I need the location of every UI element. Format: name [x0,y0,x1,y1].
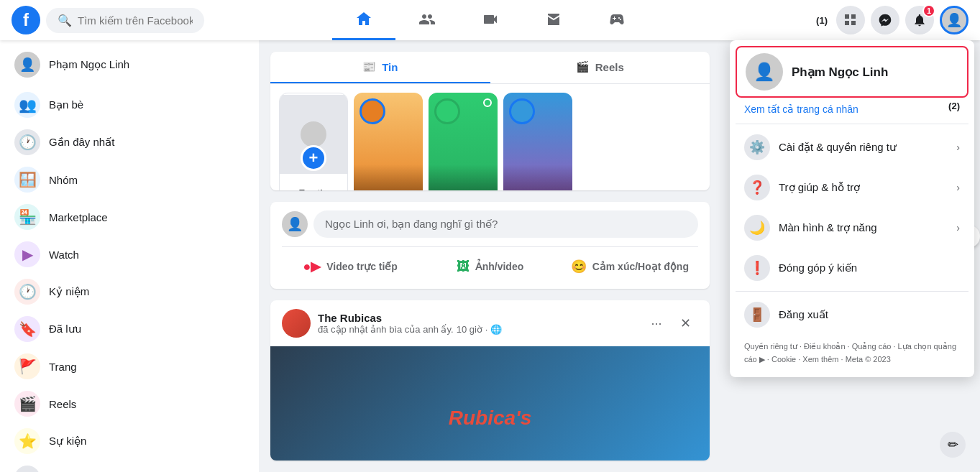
view-profile-link[interactable]: Xem tất cả trang cá nhân [736,101,968,121]
dropdown-feedback-label: Đóng góp ý kiến [779,262,960,274]
story-card-1[interactable]: Kim Tuyến [354,93,423,190]
dropdown-footer: Quyền riêng tư · Điều khoản · Quảng cáo … [736,335,968,371]
composer-input[interactable]: Ngọc Linh ơi, bạn đang nghĩ gì thế? [313,210,698,238]
help-arrow-icon: › [956,182,960,193]
dropdown-divider-2 [736,291,968,292]
nav-friends[interactable] [395,0,459,40]
post-time: 10 giờ [457,324,482,335]
memories-icon: 🕐 [14,279,40,305]
dropdown-item-help[interactable]: ❓ Trợ giúp & hỗ trợ › [736,167,968,208]
sidebar-item-saved[interactable]: 🔖 Đã lưu [6,310,253,348]
display-arrow-icon: › [956,222,960,233]
story-avatar-1 [360,98,385,124]
feed-tab-icon: 📰 [362,60,376,73]
sidebar-item-events[interactable]: ⭐ Sự kiện [6,422,253,460]
sidebar-item-memories[interactable]: 🕐 Kỷ niệm [6,273,253,310]
sidebar-item-reels[interactable]: 🎬 Reels [6,385,253,422]
sidebar-item-groups[interactable]: 🪟 Nhóm [6,161,253,198]
sidebar-item-memories-label: Kỷ niệm [49,285,89,298]
story-card-3[interactable]: Nana Nguyễn [503,93,572,190]
search-box[interactable]: 🔍 [46,8,204,33]
reels-tab-icon: 🎬 [576,60,590,73]
post-more-button[interactable]: ··· [644,310,669,336]
reels-tab-label: Reels [595,61,624,73]
post-header: The Rubicas đã cập nhật ảnh bìa của anh … [270,300,710,346]
photo-action[interactable]: 🖼 Ảnh/video [421,253,558,280]
dropdown-label-2: (2) [948,101,960,111]
dropdown-profile-name: Phạm Ngọc Linh [792,65,888,80]
sidebar-item-recent[interactable]: 🕐 Gần đây nhất [6,124,253,161]
dropdown-item-feedback[interactable]: ❗ Đóng góp ý kiến [736,248,968,288]
post-info: The Rubicas đã cập nhật ảnh bìa của anh … [318,312,636,335]
nav-home[interactable] [332,0,395,40]
dropdown-profile[interactable]: 👤 Phạm Ngọc Linh [736,46,968,98]
sidebar-item-groups-label: Nhóm [49,174,78,186]
stories-row: + Tạo tin Kim Tuyến Nhung Plus [270,84,710,190]
post-author-avatar [282,309,311,338]
dropdown-footer-text: Quyền riêng tư · Điều khoản · Quảng cáo … [744,342,956,364]
notifications-button[interactable]: 1 [905,6,934,34]
story-avatar-2 [434,98,460,124]
header-right: (1) 1 👤 [767,6,968,34]
sidebar-item-watch-label: Watch [49,249,79,261]
dropdown-logout-label: Đăng xuất [779,308,960,321]
story-card-2[interactable]: Nhung Plus [429,93,498,190]
dropdown-menu: 👤 Phạm Ngọc Linh Xem tất cả trang cá nhâ… [730,40,974,377]
dropdown-item-display[interactable]: 🌙 Màn hình & trợ năng › [736,208,968,248]
sidebar-item-more[interactable]: ▼ Xem thêm [6,460,253,472]
recent-icon: 🕐 [14,129,40,155]
sidebar-item-recent-label: Gần đây nhất [49,136,114,149]
friends-icon: 👥 [14,92,40,118]
search-icon: 🔍 [58,14,72,27]
tab-reels[interactable]: 🎬 Reels [490,52,710,83]
events-icon: ⭐ [14,428,40,454]
sidebar-user[interactable]: 👤 Phạm Ngọc Linh [6,46,253,83]
nav-video[interactable] [459,0,522,40]
post-header-actions: ··· ✕ [644,310,698,336]
new-message-button[interactable]: ✏ [940,432,966,458]
nav-marketplace[interactable] [522,0,585,40]
search-input[interactable] [78,14,193,27]
dropdown-item-settings[interactable]: ⚙️ Cài đặt & quyền riêng tư › [736,127,968,167]
messenger-button[interactable] [871,6,899,34]
notification-badge: 1 [922,4,935,17]
sidebar-item-pages[interactable]: 🚩 Trang [6,348,253,385]
live-video-icon: ●▶ [303,259,321,274]
post-privacy-icon: 🌐 [490,324,502,335]
live-video-action[interactable]: ●▶ Video trực tiếp [282,253,418,280]
settings-icon: ⚙️ [744,134,770,160]
stories-tabs: 📰 Tin 🎬 Reels + Tạo tin [270,52,710,190]
apps-button[interactable] [836,6,865,34]
facebook-logo[interactable]: f [12,6,40,34]
post-meta: đã cập nhật ảnh bìa của anh ấy. 10 giờ ·… [318,324,636,335]
post-close-button[interactable]: ✕ [672,310,698,336]
sidebar-item-marketplace-label: Marketplace [49,211,108,223]
more-icon: ▼ [14,466,40,472]
sidebar-item-friends-label: Bạn bè [49,98,83,111]
photo-icon: 🖼 [457,259,470,274]
dropdown-divider-1 [736,124,968,124]
display-icon: 🌙 [744,215,770,241]
profile-avatar-button[interactable]: 👤 [940,6,968,34]
groups-icon: 🪟 [14,167,40,193]
header-nav [213,0,767,40]
dropdown-item-logout[interactable]: 🚪 Đăng xuất [736,295,968,335]
feeling-action[interactable]: 😊 Cảm xúc/Hoạt động [562,253,698,280]
post-author-name: The Rubicas [318,312,636,324]
tab-feed[interactable]: 📰 Tin [270,52,490,83]
sidebar-item-saved-label: Đã lưu [49,323,81,336]
live-video-label: Video trực tiếp [326,261,398,272]
sidebar-item-friends[interactable]: 👥 Bạn bè [6,86,253,124]
sidebar: 👤 Phạm Ngọc Linh 👥 Bạn bè 🕐 Gần đây nhất… [0,40,259,472]
feed-tab-label: Tin [382,61,398,73]
nav-gaming[interactable] [585,0,649,40]
create-story-label: Tạo tin [299,188,328,190]
story-overlay-3 [503,165,572,190]
help-icon: ❓ [744,175,770,200]
sidebar-item-marketplace[interactable]: 🏪 Marketplace [6,198,253,236]
sidebar-item-watch[interactable]: ▶ Watch [6,236,253,273]
feedback-icon: ❗ [744,255,770,281]
story-avatar-3 [509,98,535,124]
header: f 🔍 (1) 1 👤 [0,0,980,40]
create-story-card[interactable]: + Tạo tin [279,93,348,190]
